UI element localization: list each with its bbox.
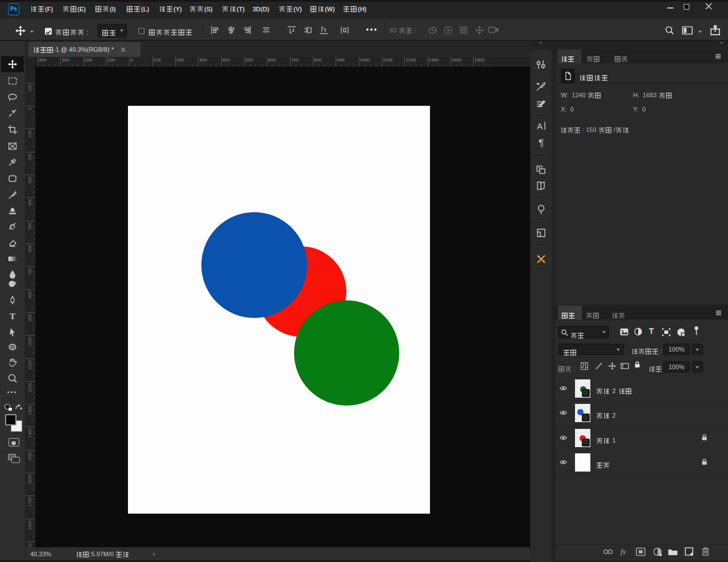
svg-text:T: T bbox=[10, 312, 15, 321]
svg-text:A: A bbox=[537, 121, 543, 131]
